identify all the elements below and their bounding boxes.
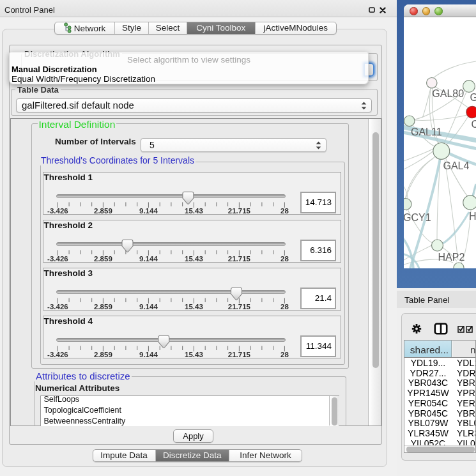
svg-text:9.144: 9.144 — [139, 255, 158, 263]
svg-text:2.859: 2.859 — [94, 255, 112, 263]
svg-text:-3.426: -3.426 — [47, 255, 68, 263]
svg-text:-3.426: -3.426 — [47, 207, 68, 215]
svg-text:-3.426: -3.426 — [47, 303, 68, 311]
svg-text:CY: CY — [472, 119, 476, 130]
svg-text:2.859: 2.859 — [94, 303, 112, 311]
svg-text:9.144: 9.144 — [139, 303, 158, 311]
svg-text:15.43: 15.43 — [185, 303, 203, 311]
svg-text:21.715: 21.715 — [228, 207, 251, 215]
svg-text:9.144: 9.144 — [139, 207, 158, 215]
svg-text:GAL4: GAL4 — [443, 160, 470, 171]
svg-text:2.859: 2.859 — [94, 207, 112, 215]
svg-text:21.715: 21.715 — [228, 351, 251, 358]
svg-text:GAL80: GAL80 — [432, 88, 464, 99]
svg-text:2.859: 2.859 — [94, 351, 112, 358]
svg-text:28: 28 — [280, 207, 289, 215]
svg-text:H: H — [469, 211, 476, 222]
svg-text:21.715: 21.715 — [228, 255, 251, 263]
svg-text:9.144: 9.144 — [139, 351, 158, 358]
svg-text:GCY1: GCY1 — [404, 212, 431, 223]
svg-text:-3.426: -3.426 — [47, 351, 68, 358]
svg-text:28: 28 — [280, 255, 289, 263]
svg-text:GAL11: GAL11 — [411, 127, 442, 137]
svg-text:28: 28 — [280, 351, 289, 358]
svg-text:28: 28 — [280, 303, 289, 311]
svg-text:15.43: 15.43 — [185, 351, 203, 358]
svg-text:HAP2: HAP2 — [438, 252, 465, 263]
svg-text:15.43: 15.43 — [185, 207, 203, 215]
svg-text:15.43: 15.43 — [185, 255, 203, 263]
svg-text:GAL: GAL — [470, 92, 476, 103]
svg-text:21.715: 21.715 — [228, 303, 251, 311]
